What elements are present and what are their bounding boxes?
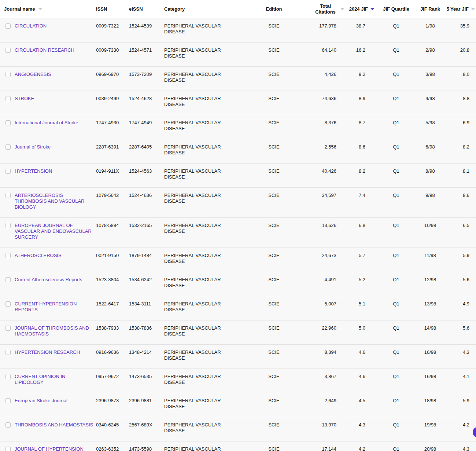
journal-link[interactable]: HYPERTENSION RESEARCH — [15, 349, 82, 355]
5-year-jif-cell: 8.0 — [443, 72, 476, 77]
category-cell: PERIPHERAL VASCULAR DISEASE — [164, 301, 257, 313]
row-checkbox[interactable] — [5, 398, 11, 403]
eissn-cell: 1473-5598 — [129, 446, 164, 451]
sort-icon-5-year-jif[interactable] — [471, 8, 475, 10]
jif-rank-cell: 19/98 — [418, 422, 443, 428]
jif-cell: 6.8 — [344, 223, 374, 228]
journal-link[interactable]: International Journal of Stroke — [15, 120, 80, 126]
sort-icon-journal-name[interactable] — [38, 8, 43, 10]
jif-rank-header-label: JIF Rank — [420, 6, 440, 12]
row-checkbox[interactable] — [5, 422, 11, 428]
total-citations-value: 17,144 — [322, 446, 336, 451]
jif-rank-cell: 11/98 — [418, 253, 443, 258]
5-year-jif-header-label: 5 Year JIF — [447, 6, 469, 12]
edition-cell: SCIE — [257, 223, 291, 228]
row-checkbox[interactable] — [5, 120, 11, 125]
category-cell: PERIPHERAL VASCULAR DISEASE — [164, 96, 257, 107]
5-year-jif-cell: 5.9 — [443, 253, 476, 258]
eissn-cell: 1534-3111 — [129, 301, 164, 307]
journal-link[interactable]: CURRENT OPINION IN LIPIDOLOGY — [15, 374, 96, 385]
eissn-cell: 1524-4628 — [129, 96, 164, 102]
table-row: STROKE 0039-2499 1524-4628 PERIPHERAL VA… — [0, 91, 476, 115]
row-checkbox[interactable] — [5, 144, 11, 150]
row-checkbox[interactable] — [5, 72, 11, 77]
jif-rank-cell: 3/98 — [418, 72, 443, 77]
column-header-journal-name[interactable]: Journal name — [0, 6, 96, 12]
row-checkbox[interactable] — [5, 253, 11, 258]
sort-desc-icon-2024-jif[interactable] — [370, 8, 374, 10]
column-header-5-year-jif[interactable]: 5 Year JIF — [443, 6, 476, 12]
journal-link[interactable]: THROMBOSIS AND HAEMOSTASIS — [15, 422, 95, 428]
row-checkbox[interactable] — [5, 374, 11, 379]
journal-link[interactable]: CIRCULATION — [15, 23, 49, 29]
issn-value: 1078-5884 — [96, 223, 119, 228]
edition-value: SCIE — [268, 398, 279, 403]
row-checkbox[interactable] — [5, 223, 11, 228]
journal-link[interactable]: JOURNAL OF HYPERTENSION — [15, 446, 86, 451]
row-checkbox[interactable] — [5, 193, 11, 198]
issn-value: 0194-911X — [96, 168, 119, 174]
jif-cell: 4.2 — [344, 446, 374, 451]
journal-link[interactable]: EUROPEAN JOURNAL OF VASCULAR AND ENDOVAS… — [15, 223, 96, 240]
jif-value: 8.9 — [359, 96, 365, 101]
jif-cell: 9.2 — [344, 72, 374, 77]
jif-rank-value: 6/98 — [425, 144, 435, 150]
category-value: PERIPHERAL VASCULAR DISEASE — [164, 301, 226, 313]
row-checkbox[interactable] — [5, 169, 11, 174]
journal-link[interactable]: JOURNAL OF THROMBOSIS AND HAEMOSTASIS — [15, 325, 96, 337]
issn-cell: 0039-2499 — [96, 96, 129, 102]
total-citations-cell: 74,636 — [291, 96, 344, 102]
row-checkbox[interactable] — [5, 96, 11, 101]
journal-link[interactable]: CURRENT HYPERTENSION REPORTS — [15, 301, 96, 313]
issn-value: 0957-9672 — [96, 374, 119, 379]
eissn-value: 2567-689X — [129, 422, 152, 428]
journal-link[interactable]: Current Atherosclerosis Reports — [15, 277, 84, 283]
jif-cell: 5.7 — [344, 253, 374, 258]
row-checkbox-cell — [0, 422, 15, 429]
table-row: CURRENT HYPERTENSION REPORTS 1522-6417 1… — [0, 296, 476, 320]
eissn-cell: 1524-4636 — [129, 192, 164, 198]
jif-value: 5.0 — [359, 325, 365, 331]
journal-name-cell: CURRENT OPINION IN LIPIDOLOGY — [15, 374, 96, 385]
issn-cell: 0957-9672 — [96, 374, 129, 380]
edition-cell: SCIE — [257, 47, 291, 53]
column-header-total-citations[interactable]: Total Citations — [291, 3, 344, 15]
row-checkbox[interactable] — [5, 447, 11, 451]
journal-link[interactable]: ANGIOGENESIS — [15, 72, 53, 77]
5-year-jif-value: 4.1 — [463, 374, 469, 379]
sort-icon-total-citations[interactable] — [340, 8, 344, 10]
journal-link[interactable]: CIRCULATION RESEARCH — [15, 47, 77, 53]
table-row: ARTERIOSCLEROSIS THROMBOSIS AND VASCULAR… — [0, 188, 476, 218]
row-checkbox-cell — [0, 96, 15, 103]
jif-quartile-value: Q1 — [393, 23, 399, 29]
eissn-cell: 1532-2165 — [129, 223, 164, 228]
row-checkbox[interactable] — [5, 350, 11, 355]
jif-quartile-header-label: JIF Quartile — [383, 6, 409, 12]
issn-cell: 1522-6417 — [96, 301, 129, 307]
row-checkbox[interactable] — [5, 48, 11, 53]
5-year-jif-value: 8.8 — [463, 96, 469, 101]
total-citations-cell: 4,491 — [291, 277, 344, 283]
table-row: JOURNAL OF THROMBOSIS AND HAEMOSTASIS 15… — [0, 320, 476, 345]
edition-cell: SCIE — [257, 301, 291, 307]
journal-link[interactable]: European Stroke Journal — [15, 398, 70, 404]
edition-value: SCIE — [268, 120, 279, 125]
total-citations-cell: 2,556 — [291, 144, 344, 150]
edition-value: SCIE — [268, 144, 279, 150]
jif-value: 38.7 — [356, 23, 365, 29]
row-checkbox[interactable] — [5, 301, 11, 307]
journal-link[interactable]: HYPERTENSION — [15, 168, 54, 174]
journal-link[interactable]: ARTERIOSCLEROSIS THROMBOSIS AND VASCULAR… — [15, 192, 96, 210]
journal-link[interactable]: Journal of Stroke — [15, 144, 53, 150]
jif-quartile-value: Q1 — [393, 349, 399, 355]
journal-link[interactable]: STROKE — [15, 96, 36, 102]
category-value: PERIPHERAL VASCULAR DISEASE — [164, 23, 226, 35]
issn-value: 1523-3804 — [96, 277, 119, 282]
total-citations-cell: 22,960 — [291, 325, 344, 331]
category-cell: PERIPHERAL VASCULAR DISEASE — [164, 72, 257, 83]
row-checkbox[interactable] — [5, 23, 11, 29]
journal-link[interactable]: ATHEROSCLEROSIS — [15, 253, 64, 258]
row-checkbox[interactable] — [5, 277, 11, 282]
row-checkbox[interactable] — [5, 326, 11, 331]
column-header-2024-jif[interactable]: 2024 JIF — [344, 6, 374, 12]
